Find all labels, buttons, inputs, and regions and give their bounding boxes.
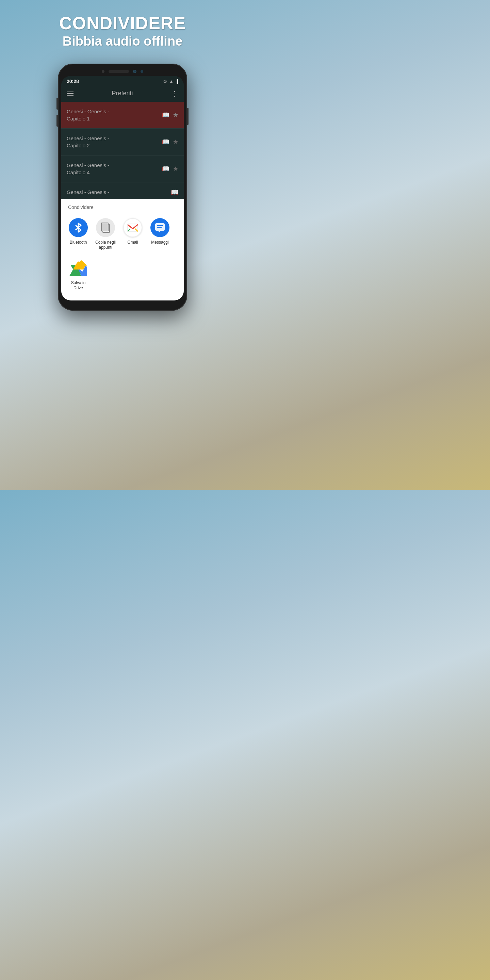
favorites-list: Genesi - Genesis -Capitolo 1 📖 ★ Genesi …	[61, 102, 184, 199]
copy-icon-wrapper	[96, 218, 115, 237]
book-icon: 📖	[171, 189, 178, 196]
title-main: CONDIVIDERE	[59, 14, 186, 33]
list-item-text: Genesi - Genesis -Capitolo 2	[67, 135, 162, 149]
share-app-gmail[interactable]: Gmail	[119, 215, 146, 253]
gear-icon: ⚙	[163, 79, 167, 84]
phone-frame: 20:28 ⚙ ▲ ▐ Preferiti ⋮	[58, 64, 187, 311]
list-item-actions: 📖 ★	[162, 138, 178, 146]
star-icon[interactable]: ★	[173, 165, 178, 172]
svg-marker-6	[158, 231, 160, 232]
app-toolbar: Preferiti ⋮	[61, 86, 184, 102]
title-sub: Bibbia audio offline	[59, 33, 186, 50]
status-time: 20:28	[67, 79, 79, 84]
copy-icon	[101, 223, 110, 233]
copy-label: Copia negli appunti	[95, 240, 116, 250]
book-icon[interactable]: 📖	[162, 138, 169, 146]
drive-label: Salva in Drive	[67, 280, 89, 291]
share-apps-row-2: Salva in Drive	[61, 256, 184, 294]
phone-top-bar	[61, 70, 184, 73]
share-app-bluetooth[interactable]: Bluetooth	[65, 215, 92, 253]
bluetooth-icon	[73, 223, 83, 233]
volume-button-up	[56, 98, 58, 110]
messaggi-icon-wrapper	[150, 218, 169, 237]
toolbar-title: Preferiti	[111, 90, 133, 97]
share-sheet: Condividere Bluetooth	[61, 199, 184, 301]
list-item[interactable]: Genesi - Genesis -Capitolo 2 📖 ★	[61, 129, 184, 156]
phone-screen: 20:28 ⚙ ▲ ▐ Preferiti ⋮	[61, 76, 184, 301]
signal-icon: ▲	[169, 79, 173, 84]
header-section: CONDIVIDERE Bibbia audio offline	[52, 0, 192, 57]
messaggi-icon	[155, 223, 165, 232]
list-item-text: Genesi - Genesis -	[67, 189, 171, 196]
dot-right	[140, 70, 143, 73]
list-item-text: Genesi - Genesis -Capitolo 4	[67, 162, 162, 176]
share-sheet-title: Condividere	[61, 205, 184, 215]
list-item[interactable]: Genesi - Genesis -Capitolo 4 📖 ★	[61, 156, 184, 182]
star-icon[interactable]: ★	[173, 138, 178, 146]
volume-button-down	[56, 115, 58, 127]
drive-icon-clean	[70, 261, 86, 275]
list-item[interactable]: Genesi - Genesis -Capitolo 1 📖 ★	[61, 102, 184, 129]
book-icon[interactable]: 📖	[162, 111, 169, 119]
list-item-actions: 📖 ★	[162, 165, 178, 172]
power-button	[187, 108, 189, 125]
copy-page-front	[101, 223, 108, 231]
bluetooth-label: Bluetooth	[70, 240, 87, 245]
hamburger-menu-icon[interactable]	[67, 92, 73, 95]
status-icons: ⚙ ▲ ▐	[163, 79, 178, 84]
gmail-icon-wrapper	[123, 218, 142, 237]
list-item-text: Genesi - Genesis -Capitolo 1	[67, 108, 162, 122]
messaggi-label: Messaggi	[151, 240, 169, 245]
share-app-copy[interactable]: Copia negli appunti	[92, 215, 119, 253]
drive-icon-wrapper	[69, 259, 88, 278]
more-options-icon[interactable]: ⋮	[171, 89, 178, 98]
star-icon[interactable]: ★	[173, 111, 178, 119]
share-apps-row-1: Bluetooth Copia negli appunti	[61, 215, 184, 253]
share-app-messaggi[interactable]: Messaggi	[146, 215, 173, 253]
speaker	[108, 70, 129, 73]
gmail-label: Gmail	[127, 240, 138, 245]
bluetooth-icon-wrapper	[69, 218, 88, 237]
camera	[133, 70, 137, 73]
dot-left	[102, 70, 105, 73]
phone-mockup: 20:28 ⚙ ▲ ▐ Preferiti ⋮	[58, 64, 187, 311]
battery-icon: ▐	[175, 79, 178, 84]
list-item-partial[interactable]: Genesi - Genesis - 📖	[61, 182, 184, 199]
gmail-icon	[127, 223, 138, 232]
book-icon[interactable]: 📖	[162, 165, 169, 172]
share-app-drive[interactable]: Salva in Drive	[65, 256, 92, 294]
list-item-actions: 📖 ★	[162, 111, 178, 119]
status-bar: 20:28 ⚙ ▲ ▐	[61, 76, 184, 86]
list-item-actions: 📖	[171, 189, 178, 196]
